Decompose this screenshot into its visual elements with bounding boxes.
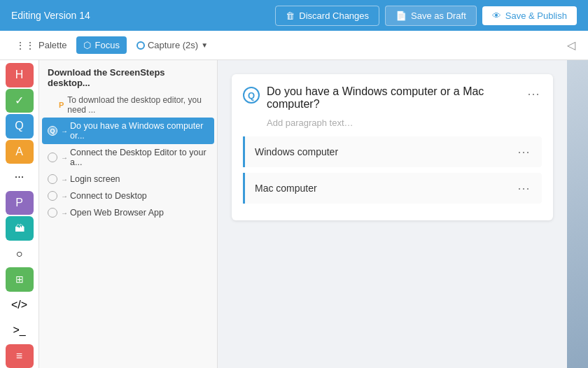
sidebar-item-web-browser[interactable]: → Open Web Browser App — [42, 204, 214, 221]
arrow-icon-1: → — [61, 127, 68, 135]
question-title: Do you have a Windows computer or a Mac … — [267, 85, 525, 111]
dots-icon: ··· — [15, 171, 24, 183]
eye-icon: 👁 — [492, 10, 501, 21]
sidebar-item-question[interactable]: Q → Do you have a Windows computer or... — [42, 118, 214, 144]
heading-icon-btn[interactable]: H — [6, 63, 34, 87]
sidebar-sub-item-download[interactable]: P To download the desktop editor, you ne… — [42, 92, 214, 118]
question-more-button[interactable]: ⋯ — [525, 85, 542, 102]
trash-icon: 🗑 — [286, 10, 295, 21]
step-dot-5 — [48, 208, 57, 218]
question-card: Q Do you have a Windows computer or a Ma… — [232, 74, 553, 220]
text-a-icon: A — [15, 146, 23, 158]
p-icon: P — [15, 197, 23, 209]
table-icon: ⊞ — [15, 274, 24, 285]
toolbar: ⋮⋮ Palette ⬡ Focus Capture (2s) ▼ ◁ — [0, 31, 588, 60]
question-dot-icon: Q — [50, 127, 55, 134]
main-layout: H ✓ Q A ··· P 🏔 ○ ⊞ </> >_ — [0, 60, 588, 368]
top-bar-actions: 🗑 Discard Changes 📄 Save as Draft 👁 Save… — [275, 6, 577, 26]
toolbar-right: ◁ — [563, 37, 580, 54]
main-content: Q Do you have a Windows computer or a Ma… — [218, 60, 567, 368]
arrow-icon-3: → — [61, 176, 68, 183]
background-decoration — [567, 60, 588, 368]
terminal-icon: >_ — [13, 324, 25, 337]
step-dot-2 — [48, 153, 57, 162]
focus-icon: ⬡ — [83, 40, 91, 50]
answer-option-mac: Mac computer ⋯ — [243, 173, 542, 204]
dots-icon-btn[interactable]: ··· — [6, 165, 34, 190]
check-icon-btn[interactable]: ✓ — [6, 89, 34, 113]
top-bar: Editing Version 14 🗑 Discard Changes 📄 S… — [0, 0, 588, 31]
paragraph-placeholder[interactable]: Add paragraph text… — [267, 118, 542, 128]
answer-windows-more-button[interactable]: ⋯ — [515, 143, 532, 160]
content-sidebar: Download the ScreenSteps desktop... P To… — [39, 60, 218, 368]
sidebar-section-title[interactable]: Download the ScreenSteps desktop... — [39, 60, 217, 92]
p-tag-icon: P — [59, 101, 64, 109]
question-icon: Q — [15, 120, 23, 132]
capture-icon — [136, 41, 145, 50]
discard-button[interactable]: 🗑 Discard Changes — [275, 6, 379, 26]
landscape-icon: 🏔 — [15, 222, 24, 234]
terminal-icon-btn[interactable]: >_ — [6, 318, 34, 343]
capture-dropdown-arrow: ▼ — [201, 41, 208, 49]
step-dot-1: Q — [48, 126, 57, 136]
capture-button[interactable]: Capture (2s) ▼ — [130, 36, 215, 54]
answer-text-mac: Mac computer — [255, 183, 317, 194]
icon-sidebar: H ✓ Q A ··· P 🏔 ○ ⊞ </> >_ — [0, 60, 39, 368]
arrow-icon-2: → — [61, 154, 68, 162]
draft-icon: 📄 — [396, 10, 407, 21]
heading-icon: H — [15, 69, 24, 81]
sidebar-item-login[interactable]: → Login screen — [42, 171, 214, 187]
check-icon: ✓ — [15, 94, 24, 107]
collapse-panel-button[interactable]: ◁ — [563, 37, 580, 54]
code-icon: </> — [11, 299, 27, 311]
sidebar-item-connect-editor[interactable]: → Connect the Desktop Editor to your a..… — [42, 144, 214, 171]
answer-option-windows: Windows computer ⋯ — [243, 136, 542, 167]
code-icon-btn[interactable]: </> — [6, 293, 34, 318]
arrow-icon-5: → — [61, 209, 68, 217]
list-icon: ≡ — [16, 350, 22, 362]
table-icon-btn[interactable]: ⊞ — [6, 267, 34, 292]
step-dot-4 — [48, 191, 57, 201]
top-bar-left: Editing Version 14 — [11, 10, 90, 21]
sidebar-item-connect-desktop[interactable]: → Connect to Desktop — [42, 187, 214, 204]
circle-icon-btn[interactable]: ○ — [6, 242, 34, 267]
text-a-icon-btn[interactable]: A — [6, 140, 34, 164]
p-icon-btn[interactable]: P — [6, 191, 34, 215]
answer-mac-more-button[interactable]: ⋯ — [515, 180, 532, 197]
list-icon-btn[interactable]: ≡ — [6, 344, 34, 369]
question-icon-btn[interactable]: Q — [6, 114, 34, 139]
step-dot-3 — [48, 174, 57, 184]
arrow-icon-4: → — [61, 192, 68, 200]
palette-icon: ⋮⋮ — [15, 40, 35, 51]
palette-button[interactable]: ⋮⋮ Palette — [8, 36, 74, 55]
publish-button[interactable]: 👁 Save & Publish — [482, 6, 577, 25]
circle-icon: ○ — [16, 248, 23, 260]
editing-title: Editing Version 14 — [11, 10, 90, 21]
focus-button[interactable]: ⬡ Focus — [76, 36, 126, 54]
save-draft-button[interactable]: 📄 Save as Draft — [385, 6, 477, 26]
landscape-icon-btn[interactable]: 🏔 — [6, 216, 34, 241]
question-type-icon: Q — [243, 87, 260, 104]
question-header: Q Do you have a Windows computer or a Ma… — [243, 85, 542, 111]
answer-text-windows: Windows computer — [255, 146, 338, 157]
